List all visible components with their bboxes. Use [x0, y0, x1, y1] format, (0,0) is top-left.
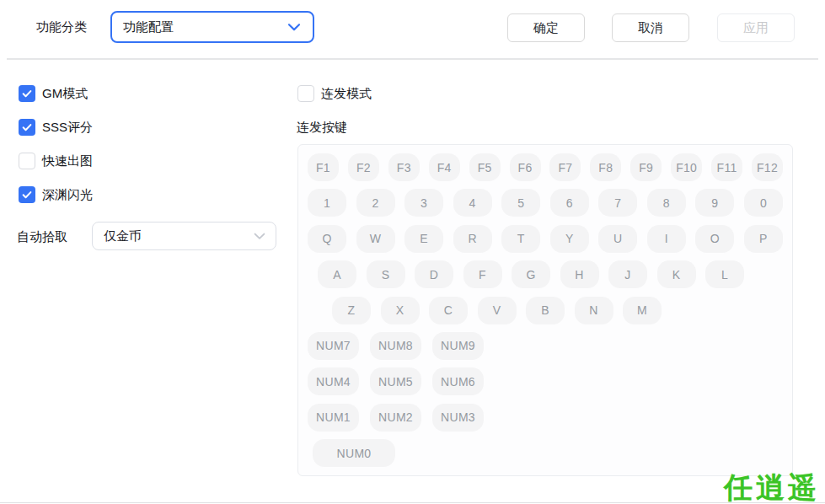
key-f[interactable]: F — [463, 260, 502, 288]
key-i[interactable]: I — [647, 225, 686, 253]
key-0[interactable]: 0 — [744, 189, 783, 217]
keyboard-row: NUM4NUM5NUM6 — [308, 367, 783, 395]
key-r[interactable]: R — [453, 225, 492, 253]
key-num4[interactable]: NUM4 — [308, 367, 359, 395]
key-num8[interactable]: NUM8 — [370, 332, 421, 360]
key-f10[interactable]: F10 — [671, 153, 702, 181]
key-f6[interactable]: F6 — [510, 153, 541, 181]
key-f4[interactable]: F4 — [429, 153, 460, 181]
key-num3[interactable]: NUM3 — [432, 404, 484, 432]
key-6[interactable]: 6 — [550, 189, 589, 217]
keyboard-row: NUM1NUM2NUM3 — [308, 404, 783, 432]
key-x[interactable]: X — [381, 297, 420, 324]
key-f7[interactable]: F7 — [549, 153, 581, 181]
key-7[interactable]: 7 — [598, 189, 637, 217]
key-8[interactable]: 8 — [647, 189, 686, 217]
key-m[interactable]: M — [623, 297, 662, 324]
keyboard-row: F1F2F3F4F5F6F7F8F9F10F11F12 — [308, 153, 783, 181]
key-l[interactable]: L — [705, 260, 744, 288]
key-n[interactable]: N — [575, 297, 613, 324]
key-2[interactable]: 2 — [356, 189, 395, 217]
checkbox-burst-mode[interactable]: 连发模式 — [297, 84, 372, 103]
key-num2[interactable]: NUM2 — [370, 404, 421, 432]
key-f1[interactable]: F1 — [308, 153, 339, 181]
settings-window: 功能分类 功能配置 确定 取消 应用 GM模式SSS评分快速出图深渊闪光 自动拾… — [0, 0, 825, 504]
checkbox-label: 深渊闪光 — [42, 185, 93, 204]
auto-pickup-dropdown[interactable]: 仅金币 — [92, 222, 276, 250]
key-f8[interactable]: F8 — [590, 153, 621, 181]
key-num9[interactable]: NUM9 — [432, 332, 484, 360]
watermark-signature: 任逍遥 — [724, 469, 820, 504]
checkbox-icon — [297, 85, 314, 102]
checkbox-icon — [19, 153, 35, 169]
apply-button[interactable]: 应用 — [717, 13, 795, 42]
checkbox-label: 快速出图 — [42, 152, 93, 170]
key-num7[interactable]: NUM7 — [308, 332, 359, 360]
keyboard-row: ZXCVBNM — [332, 297, 783, 324]
key-num1[interactable]: NUM1 — [308, 404, 359, 432]
key-f9[interactable]: F9 — [630, 153, 662, 181]
checkbox-icon — [19, 85, 35, 102]
category-dropdown-value: 功能配置 — [123, 19, 174, 35]
checkbox-icon — [19, 186, 35, 203]
checkbox-quick-map[interactable]: 快速出图 — [19, 152, 93, 170]
category-label: 功能分类 — [36, 20, 87, 34]
keyboard-row: QWERTYUIOP — [308, 225, 783, 253]
auto-pickup-value: 仅金币 — [104, 228, 142, 244]
key-t[interactable]: T — [501, 225, 540, 253]
key-s[interactable]: S — [367, 260, 405, 288]
key-y[interactable]: Y — [550, 225, 589, 253]
key-num0[interactable]: NUM0 — [313, 439, 395, 467]
key-3[interactable]: 3 — [404, 189, 443, 217]
checkbox-gm-mode[interactable]: GM模式 — [19, 84, 88, 103]
key-w[interactable]: W — [356, 225, 395, 253]
key-v[interactable]: V — [478, 297, 517, 324]
keyboard-row: ASDFGHJKL — [318, 260, 783, 288]
burst-keys-keyboard: F1F2F3F4F5F6F7F8F9F10F11F121234567890QWE… — [297, 144, 793, 476]
keyboard-row: 1234567890 — [308, 189, 783, 217]
keyboard-row: NUM7NUM8NUM9 — [308, 332, 783, 360]
key-1[interactable]: 1 — [308, 189, 346, 217]
chevron-down-icon — [286, 19, 303, 35]
key-f2[interactable]: F2 — [348, 153, 379, 181]
checkbox-sss-rating[interactable]: SSS评分 — [19, 118, 93, 137]
key-9[interactable]: 9 — [695, 189, 734, 217]
key-k[interactable]: K — [657, 260, 696, 288]
category-dropdown[interactable]: 功能配置 — [110, 11, 314, 43]
confirm-button[interactable]: 确定 — [507, 13, 585, 42]
key-num5[interactable]: NUM5 — [370, 367, 421, 395]
key-f5[interactable]: F5 — [469, 153, 501, 181]
keyboard-row: NUM0 — [313, 439, 783, 467]
bottom-border — [0, 502, 825, 503]
key-a[interactable]: A — [318, 260, 356, 288]
key-j[interactable]: J — [608, 260, 647, 288]
cancel-button[interactable]: 取消 — [612, 13, 689, 42]
checkbox-label: SSS评分 — [42, 118, 93, 137]
key-e[interactable]: E — [404, 225, 443, 253]
checkbox-abyss-flash[interactable]: 深渊闪光 — [19, 185, 93, 204]
header-divider — [7, 58, 818, 60]
key-u[interactable]: U — [598, 225, 637, 253]
auto-pickup-label: 自动拾取 — [17, 229, 67, 245]
key-h[interactable]: H — [560, 260, 599, 288]
key-z[interactable]: Z — [332, 297, 371, 324]
key-g[interactable]: G — [512, 260, 550, 288]
key-p[interactable]: P — [744, 225, 783, 253]
key-5[interactable]: 5 — [501, 189, 540, 217]
burst-mode-label: 连发模式 — [321, 84, 372, 103]
key-c[interactable]: C — [429, 297, 468, 324]
key-q[interactable]: Q — [308, 225, 346, 253]
key-b[interactable]: B — [526, 297, 565, 324]
key-f3[interactable]: F3 — [388, 153, 420, 181]
checkbox-icon — [19, 119, 35, 136]
checkbox-label: GM模式 — [42, 84, 88, 103]
key-f11[interactable]: F11 — [711, 153, 742, 181]
key-4[interactable]: 4 — [453, 189, 492, 217]
chevron-down-icon — [252, 228, 267, 244]
burst-keys-label: 连发按键 — [297, 120, 347, 136]
key-f12[interactable]: F12 — [752, 153, 783, 181]
key-d[interactable]: D — [415, 260, 453, 288]
key-num6[interactable]: NUM6 — [432, 367, 484, 395]
key-o[interactable]: O — [695, 225, 734, 253]
